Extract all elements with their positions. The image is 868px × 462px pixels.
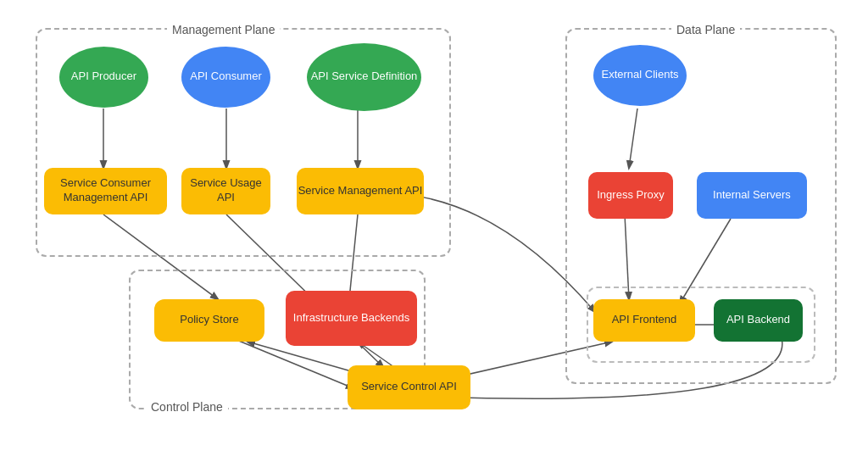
data-plane-label: Data Plane xyxy=(671,23,740,36)
service-consumer-mgmt-node: Service Consumer Management API xyxy=(44,168,167,214)
api-frontend-node: API Frontend xyxy=(593,299,695,342)
ingress-proxy-node: Ingress Proxy xyxy=(588,172,673,219)
api-service-def-node: API Service Definition xyxy=(307,43,421,111)
infra-backends-node: Infrastructure Backends xyxy=(286,291,417,346)
diagram: Management Plane Control Plane Data Plan… xyxy=(19,11,849,452)
api-consumer-node: API Consumer xyxy=(181,47,270,108)
service-usage-api-node: Service Usage API xyxy=(181,168,270,214)
control-plane-label: Control Plane xyxy=(146,400,228,414)
internal-servers-node: Internal Servers xyxy=(697,172,807,219)
management-plane-label: Management Plane xyxy=(167,23,280,36)
api-producer-node: API Producer xyxy=(59,47,148,108)
policy-store-node: Policy Store xyxy=(154,299,264,342)
service-mgmt-api-node: Service Management API xyxy=(297,168,424,214)
api-backend-node: API Backend xyxy=(714,299,803,342)
service-control-api-node: Service Control API xyxy=(348,365,470,409)
external-clients-node: External Clients xyxy=(593,45,687,106)
